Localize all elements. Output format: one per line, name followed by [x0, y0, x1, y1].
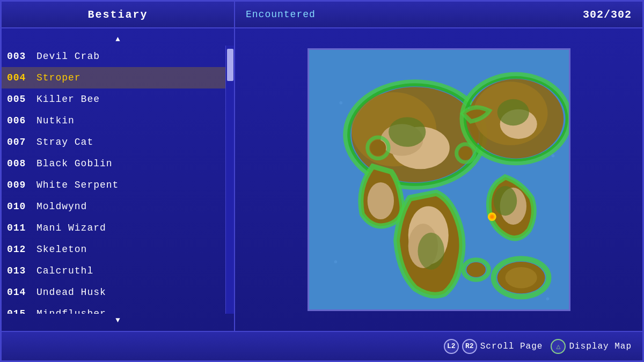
item-number: 006: [7, 115, 36, 126]
display-map-hint: △ Display Map: [551, 339, 632, 354]
list-container: 003Devil Crab004Stroper005Killer Bee006N…: [2, 46, 234, 314]
svg-point-19: [466, 262, 486, 277]
item-number: 013: [7, 265, 36, 276]
map-container: [308, 48, 570, 311]
item-number: 014: [7, 287, 36, 298]
bestiary-header: Bestiary: [2, 2, 235, 27]
map-panel: [235, 28, 642, 331]
l2-button[interactable]: L2: [444, 339, 459, 354]
svg-point-23: [459, 147, 472, 160]
item-number: 003: [7, 51, 36, 62]
item-name: Devil Crab: [36, 51, 100, 62]
list-item[interactable]: 005Killer Bee: [2, 88, 225, 110]
scrollbar-thumb[interactable]: [227, 49, 233, 81]
item-name: Nutkin: [36, 115, 75, 126]
svg-point-21: [370, 140, 386, 156]
triangle-button[interactable]: △: [551, 339, 566, 354]
item-number: 004: [7, 72, 36, 83]
screen: Bestiary Encountered 302/302 ▲ 003Devil …: [0, 0, 644, 362]
svg-point-18: [505, 267, 537, 289]
scroll-page-label: Scroll Page: [480, 342, 543, 351]
item-number: 015: [7, 308, 36, 314]
list-item[interactable]: 006Nutkin: [2, 110, 225, 131]
item-name: Stroper: [36, 72, 81, 83]
item-name: Black Goblin: [36, 158, 113, 169]
item-number: 011: [7, 223, 36, 233]
svg-point-32: [339, 101, 342, 105]
item-number: 007: [7, 137, 36, 147]
item-name: Moldwynd: [36, 201, 87, 212]
list-item[interactable]: 010Moldwynd: [2, 196, 225, 217]
scrollbar[interactable]: [225, 46, 234, 314]
bestiary-title: Bestiary: [87, 9, 148, 21]
bottom-bar: L2 R2 Scroll Page △ Display Map: [2, 331, 642, 360]
svg-point-28: [493, 186, 516, 216]
scroll-page-hint: L2 R2 Scroll Page: [444, 339, 543, 354]
item-name: Mani Wizard: [36, 223, 106, 233]
list-item[interactable]: 014Undead Husk: [2, 282, 225, 303]
item-number: 005: [7, 94, 36, 105]
list-item[interactable]: 012Skeleton: [2, 239, 225, 260]
item-name: Killer Bee: [36, 94, 100, 105]
item-number: 012: [7, 244, 36, 255]
scroll-down-arrow[interactable]: ▼: [2, 314, 234, 327]
svg-point-33: [551, 154, 554, 158]
item-name: Stray Cat: [36, 137, 93, 147]
list-item[interactable]: 015Mindflusher: [2, 303, 225, 314]
item-number: 008: [7, 158, 36, 169]
item-name: Undead Husk: [36, 287, 106, 298]
item-name: Skeleton: [36, 244, 87, 255]
encountered-label: Encountered: [246, 9, 316, 20]
encountered-header: Encountered 302/302: [235, 2, 642, 27]
svg-point-25: [389, 117, 426, 146]
bestiary-panel: ▲ 003Devil Crab004Stroper005Killer Bee00…: [2, 28, 235, 331]
item-number: 010: [7, 201, 36, 212]
svg-point-35: [546, 297, 549, 300]
r2-button[interactable]: R2: [462, 339, 477, 354]
svg-point-12: [367, 182, 393, 219]
top-bar: Bestiary Encountered 302/302: [2, 2, 642, 28]
display-map-label: Display Map: [569, 342, 632, 351]
scroll-up-arrow[interactable]: ▲: [2, 33, 234, 46]
list-item[interactable]: 003Devil Crab: [2, 46, 225, 67]
main-content: ▲ 003Devil Crab004Stroper005Killer Bee00…: [2, 28, 642, 331]
list-item[interactable]: 007Stray Cat: [2, 131, 225, 153]
item-name: Mindflusher: [36, 308, 106, 314]
list-item[interactable]: 011Mani Wizard: [2, 217, 225, 239]
list-items: 003Devil Crab004Stroper005Killer Bee006N…: [2, 46, 225, 314]
list-item[interactable]: 004Stroper: [2, 67, 225, 88]
svg-point-27: [418, 233, 444, 270]
item-number: 009: [7, 180, 36, 190]
list-item[interactable]: 008Black Goblin: [2, 153, 225, 174]
list-item[interactable]: 013Calcruthl: [2, 260, 225, 282]
item-name: White Serpent: [36, 180, 119, 190]
svg-point-26: [497, 99, 529, 125]
item-name: Calcruthl: [36, 265, 93, 276]
world-map: [309, 50, 569, 309]
count-label: 302/302: [583, 9, 632, 21]
svg-point-31: [490, 215, 493, 218]
svg-point-34: [334, 260, 337, 263]
list-item[interactable]: 009White Serpent: [2, 174, 225, 196]
